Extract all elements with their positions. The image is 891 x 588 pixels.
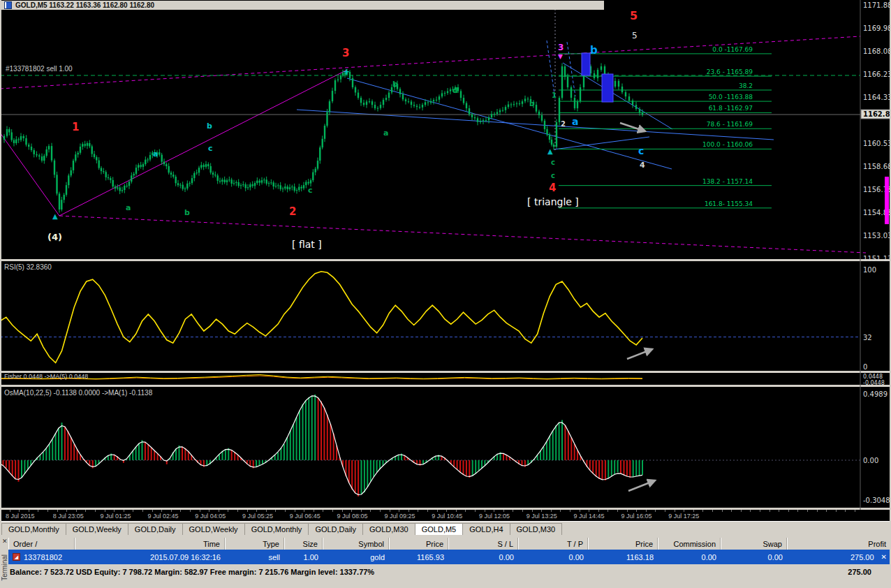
column-header-swap[interactable]: Swap (721, 538, 787, 550)
svg-text:3: 3 (342, 47, 349, 59)
rsi-label: RSI(5) 32.8360 (4, 263, 52, 271)
svg-text:▲: ▲ (547, 147, 553, 155)
chart-canvas[interactable]: 0.0 -1167.6923.6 - 1165.8938.250.0 -1163… (0, 0, 891, 510)
svg-text:61.8 -1162.97: 61.8 -1162.97 (709, 105, 753, 112)
order-cell-tp: 0.00 (518, 550, 588, 564)
chart-tab-gold-weekly[interactable]: GOLD,Weekly (182, 523, 245, 536)
svg-text:1168.08: 1168.08 (863, 47, 891, 55)
svg-text:a: a (383, 128, 388, 138)
svg-text:2: 2 (289, 205, 296, 218)
osma-label: OsMA(10,22,5) -0.1138 0.0000 ->MA(1) -0.… (4, 389, 152, 397)
time-axis-label: 9 Jul 16:05 (621, 513, 651, 520)
time-axis-label: 9 Jul 08:05 (337, 513, 368, 520)
svg-text:[ triangle ]: [ triangle ] (527, 196, 579, 207)
close-order-icon[interactable]: ✕ (881, 553, 887, 561)
svg-text:c: c (638, 145, 644, 156)
svg-text:d: d (452, 86, 458, 95)
svg-text:c: c (551, 159, 555, 166)
svg-text:5: 5 (630, 9, 638, 22)
order-cell-type: sell (225, 550, 284, 564)
order-cell-time: 2015.07.09 16:32:16 (75, 550, 225, 564)
time-axis-label: 9 Jul 17:25 (668, 513, 699, 520)
svg-text:0.0448: 0.0448 (863, 374, 883, 380)
svg-text:32: 32 (863, 334, 872, 341)
svg-text:50.0 -1163.88: 50.0 -1163.88 (709, 94, 753, 101)
column-header-type[interactable]: Type (225, 538, 284, 550)
svg-text:c: c (308, 186, 313, 195)
order-row[interactable]: ◢1337818022015.07.09 16:32:16sell1.00gol… (8, 550, 891, 564)
chart-title: GOLD,M5 1163.22 1163.36 1162.80 1162.80 (15, 1, 154, 9)
svg-text:▼: ▼ (558, 53, 563, 60)
order-cell-commission: 0.00 (658, 550, 721, 564)
svg-text:a: a (153, 149, 158, 159)
svg-text:a: a (572, 116, 578, 127)
svg-text:[ flat ]: [ flat ] (292, 239, 322, 250)
time-axis-label: 9 Jul 14:45 (574, 513, 605, 520)
chart-icon (4, 1, 12, 9)
order-cell-price-current: 1163.18 (588, 550, 658, 564)
strip-indicator-label: Fisher 0.0448 ->MA(5) 0.0448 (4, 373, 88, 384)
terminal-header-row: Order /TimeTypeSizeSymbolPriceS / LT / P… (8, 538, 891, 550)
terminal-close-icon[interactable]: ✕ (2, 538, 8, 545)
svg-text:▲: ▲ (52, 212, 58, 220)
column-header-time[interactable]: Time (75, 538, 225, 550)
svg-text:+: + (343, 67, 350, 77)
chart-tab-gold-daily[interactable]: GOLD,Daily (308, 523, 363, 536)
order-cell-order: ◢133781802 (8, 550, 75, 564)
chart-tab-gold-m30[interactable]: GOLD,M30 (362, 523, 415, 536)
svg-text:1151.13: 1151.13 (863, 255, 891, 263)
svg-text:1: 1 (552, 91, 557, 99)
chart-tabs-bar: GOLD,MonthlyGOLD,WeeklyGOLD,DailyGOLD,We… (0, 521, 891, 536)
column-header-order-[interactable]: Order / (8, 538, 75, 550)
svg-text:a: a (126, 203, 131, 212)
svg-text:1169.98: 1169.98 (863, 24, 891, 32)
time-axis-label: 9 Jul 04:05 (195, 513, 226, 520)
svg-text:1160.53: 1160.53 (863, 140, 891, 147)
chart-tab-gold-daily[interactable]: GOLD,Daily (128, 523, 183, 536)
order-cell-profit: 275.00✕ (787, 550, 891, 564)
column-header-price[interactable]: Price (389, 538, 448, 550)
svg-text:1162.80: 1162.80 (863, 110, 891, 118)
balance-row: Balance: 7 523.72 USD Equity: 7 798.72 M… (8, 564, 891, 580)
column-header-profit[interactable]: Profit (787, 538, 891, 550)
chart-tab-gold-weekly[interactable]: GOLD,Weekly (66, 523, 128, 536)
column-header-t-p[interactable]: T / P (518, 538, 588, 550)
time-axis-label: 9 Jul 09:25 (384, 513, 415, 520)
column-header-s-l[interactable]: S / L (448, 538, 518, 550)
column-header-symbol[interactable]: Symbol (323, 538, 389, 550)
time-axis-label: 9 Jul 02:45 (147, 513, 178, 520)
svg-text:2: 2 (561, 120, 566, 128)
column-header-commission[interactable]: Commission (658, 538, 721, 550)
order-cell-symbol: gold (323, 550, 389, 564)
chart-tab-gold-h4[interactable]: GOLD,H4 (462, 523, 510, 536)
svg-text:100: 100 (863, 266, 876, 274)
svg-text:1158.68: 1158.68 (863, 163, 891, 170)
svg-text:1: 1 (72, 121, 79, 133)
column-header-size[interactable]: Size (284, 538, 323, 550)
svg-text:100.0 - 1160.06: 100.0 - 1160.06 (702, 141, 753, 148)
svg-text:0.00: 0.00 (863, 457, 878, 464)
svg-text:1166.23: 1166.23 (863, 71, 891, 78)
order-cell-price-open: 1165.93 (389, 550, 448, 564)
chart-titlebar[interactable]: GOLD,M5 1163.22 1163.36 1162.80 1162.80 (1, 1, 604, 10)
chart-tab-gold-monthly[interactable]: GOLD,Monthly (1, 523, 66, 536)
time-axis-label: 8 Jul 2015 (6, 513, 35, 520)
window-frame-left (0, 0, 1, 588)
order-cell-sl: 0.00 (448, 550, 518, 564)
svg-text:c: c (208, 144, 213, 153)
svg-text:4: 4 (549, 182, 556, 194)
order-line-label: #133781802 sell 1.00 (6, 65, 73, 73)
svg-text:c: c (551, 172, 555, 179)
chart-tab-gold-m30[interactable]: GOLD,M30 (510, 523, 563, 536)
svg-text:-0.3048: -0.3048 (863, 497, 890, 504)
svg-text:38.2: 38.2 (739, 82, 753, 89)
svg-text:78.6 - 1161.69: 78.6 - 1161.69 (707, 121, 753, 128)
svg-text:b: b (529, 100, 534, 108)
svg-text:0: 0 (863, 363, 867, 371)
column-header-price[interactable]: Price (588, 538, 658, 550)
time-axis-label: 9 Jul 01:25 (101, 513, 131, 520)
mt4-window: 0.0 -1167.6923.6 - 1165.8938.250.0 -1163… (0, 0, 891, 588)
chart-tab-gold-monthly[interactable]: GOLD,Monthly (244, 523, 309, 536)
svg-text:3: 3 (558, 43, 564, 52)
chart-tab-gold-m5[interactable]: GOLD,M5 (415, 523, 464, 536)
